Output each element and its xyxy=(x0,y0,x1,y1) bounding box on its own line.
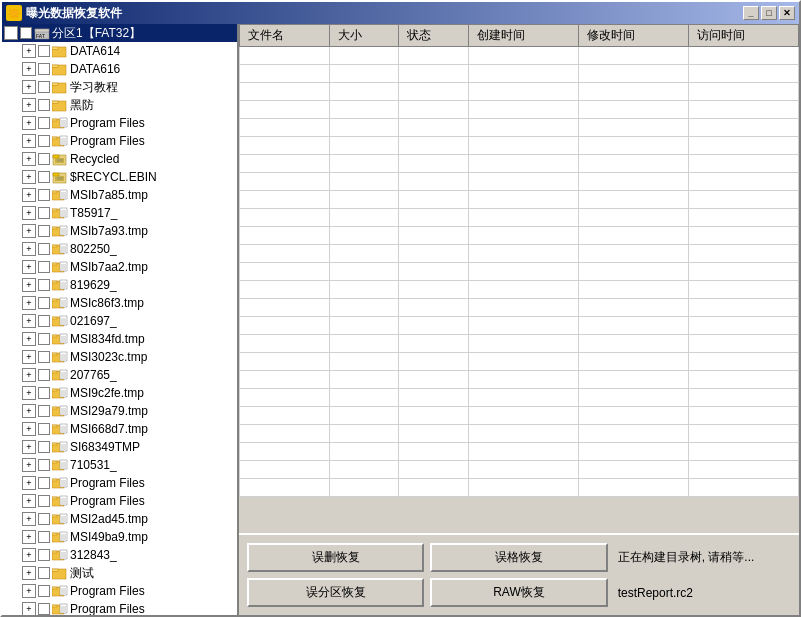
checkbox-ProgramFiles3[interactable] xyxy=(38,477,50,489)
tree-item-MSIb7a85[interactable]: + MSIb7a85.tmp xyxy=(2,186,237,204)
checkbox-MSI834fd[interactable] xyxy=(38,333,50,345)
expand-btn-root[interactable]: − xyxy=(4,26,18,40)
expand-btn-ProgramFiles4[interactable]: + xyxy=(22,494,36,508)
tree-item-root[interactable]: − FAT 分区1【FAT32】 xyxy=(2,24,237,42)
tree-item-T85917_[interactable]: + T85917_ xyxy=(2,204,237,222)
tree-item-MSI3023c[interactable]: + MSI3023c.tmp xyxy=(2,348,237,366)
checkbox-ProgramFiles6[interactable] xyxy=(38,603,50,615)
checkbox-学习教程[interactable] xyxy=(38,81,50,93)
checkbox-802250_[interactable] xyxy=(38,243,50,255)
tree-item-ProgramFiles4[interactable]: + Program Files xyxy=(2,492,237,510)
tree-item-819629_[interactable]: + 819629_ xyxy=(2,276,237,294)
tree-item-Recycled[interactable]: + Recycled xyxy=(2,150,237,168)
tree-item-ProgramFiles3[interactable]: + Program Files xyxy=(2,474,237,492)
expand-btn-MSIb7aa2[interactable]: + xyxy=(22,260,36,274)
checkbox-MSI2ad45[interactable] xyxy=(38,513,50,525)
expand-btn-MSI3023c[interactable]: + xyxy=(22,350,36,364)
expand-btn-DATA614[interactable]: + xyxy=(22,44,36,58)
expand-btn-Recycled[interactable]: + xyxy=(22,152,36,166)
expand-btn-T85917_[interactable]: + xyxy=(22,206,36,220)
tree-item-ProgramFiles2[interactable]: + Program Files xyxy=(2,132,237,150)
tree-item-021697_[interactable]: + 021697_ xyxy=(2,312,237,330)
tree-item-MSI668d7[interactable]: + MSI668d7.tmp xyxy=(2,420,237,438)
checkbox-MSIc86f3[interactable] xyxy=(38,297,50,309)
checkbox-RECYCLEBIN[interactable] xyxy=(38,171,50,183)
expand-btn-MSIc86f3[interactable]: + xyxy=(22,296,36,310)
tree-item-ProgramFiles5[interactable]: + Program Files xyxy=(2,582,237,600)
checkbox-MSIb7aa2[interactable] xyxy=(38,261,50,273)
expand-btn-MSI49ba9[interactable]: + xyxy=(22,530,36,544)
tree-item-MSIb7a93[interactable]: + MSIb7a93.tmp xyxy=(2,222,237,240)
checkbox-MSI3023c[interactable] xyxy=(38,351,50,363)
checkbox-021697_[interactable] xyxy=(38,315,50,327)
expand-btn-ProgramFiles3[interactable]: + xyxy=(22,476,36,490)
minimize-button[interactable]: _ xyxy=(743,6,759,20)
tree-item-MSI834fd[interactable]: + MSI834fd.tmp xyxy=(2,330,237,348)
tree-item-MSI49ba9[interactable]: + MSI49ba9.tmp xyxy=(2,528,237,546)
tree-item-MSIc86f3[interactable]: + MSIc86f3.tmp xyxy=(2,294,237,312)
checkbox-710531_[interactable] xyxy=(38,459,50,471)
expand-btn-ProgramFiles5[interactable]: + xyxy=(22,584,36,598)
deleted-recover-button[interactable]: 误删恢复 xyxy=(247,543,424,572)
tree-item-学习教程[interactable]: + 学习教程 xyxy=(2,78,237,96)
expand-btn-ProgramFiles1[interactable]: + xyxy=(22,116,36,130)
checkbox-MSI29a79[interactable] xyxy=(38,405,50,417)
tree-item-ProgramFiles1[interactable]: + Program Files xyxy=(2,114,237,132)
tree-item-DATA614[interactable]: + DATA614 xyxy=(2,42,237,60)
tree-item-测试[interactable]: + 测试 xyxy=(2,564,237,582)
expand-btn-021697_[interactable]: + xyxy=(22,314,36,328)
expand-btn-RECYCLEBIN[interactable]: + xyxy=(22,170,36,184)
expand-btn-MSI668d7[interactable]: + xyxy=(22,422,36,436)
checkbox-SI68349TMP[interactable] xyxy=(38,441,50,453)
checkbox-ProgramFiles4[interactable] xyxy=(38,495,50,507)
tree-item-MSIb7aa2[interactable]: + MSIb7aa2.tmp xyxy=(2,258,237,276)
expand-btn-MSI29a79[interactable]: + xyxy=(22,404,36,418)
checkbox-MSI49ba9[interactable] xyxy=(38,531,50,543)
checkbox-MSIb7a85[interactable] xyxy=(38,189,50,201)
tree-item-RECYCLEBIN[interactable]: + $RECYCL.EBIN xyxy=(2,168,237,186)
expand-btn-SI68349TMP[interactable]: + xyxy=(22,440,36,454)
expand-btn-819629_[interactable]: + xyxy=(22,278,36,292)
tree-item-802250_[interactable]: + 802250_ xyxy=(2,240,237,258)
expand-btn-MSI9c2fe[interactable]: + xyxy=(22,386,36,400)
expand-btn-MSI834fd[interactable]: + xyxy=(22,332,36,346)
partition-recover-button[interactable]: 误分区恢复 xyxy=(247,578,424,607)
checkbox-MSI9c2fe[interactable] xyxy=(38,387,50,399)
expand-btn-黑防[interactable]: + xyxy=(22,98,36,112)
expand-btn-312843_[interactable]: + xyxy=(22,548,36,562)
expand-btn-MSIb7a85[interactable]: + xyxy=(22,188,36,202)
checkbox-T85917_[interactable] xyxy=(38,207,50,219)
checkbox-312843_[interactable] xyxy=(38,549,50,561)
tree-item-MSI2ad45[interactable]: + MSI2ad45.tmp xyxy=(2,510,237,528)
checkbox-MSIb7a93[interactable] xyxy=(38,225,50,237)
raw-recover-button[interactable]: RAW恢复 xyxy=(430,578,607,607)
checkbox-root[interactable] xyxy=(20,27,32,39)
format-recover-button[interactable]: 误格恢复 xyxy=(430,543,607,572)
maximize-button[interactable]: □ xyxy=(761,6,777,20)
tree-item-SI68349TMP[interactable]: + SI68349TMP xyxy=(2,438,237,456)
expand-btn-MSIb7a93[interactable]: + xyxy=(22,224,36,238)
checkbox-ProgramFiles2[interactable] xyxy=(38,135,50,147)
checkbox-Recycled[interactable] xyxy=(38,153,50,165)
tree-item-710531_[interactable]: + 710531_ xyxy=(2,456,237,474)
expand-btn-710531_[interactable]: + xyxy=(22,458,36,472)
tree-item-黑防[interactable]: + 黑防 xyxy=(2,96,237,114)
expand-btn-学习教程[interactable]: + xyxy=(22,80,36,94)
checkbox-ProgramFiles1[interactable] xyxy=(38,117,50,129)
expand-btn-测试[interactable]: + xyxy=(22,566,36,580)
checkbox-DATA616[interactable] xyxy=(38,63,50,75)
tree-item-ProgramFiles6[interactable]: + Program Files xyxy=(2,600,237,615)
tree-item-MSI9c2fe[interactable]: + MSI9c2fe.tmp xyxy=(2,384,237,402)
checkbox-819629_[interactable] xyxy=(38,279,50,291)
expand-btn-802250_[interactable]: + xyxy=(22,242,36,256)
expand-btn-ProgramFiles6[interactable]: + xyxy=(22,602,36,615)
expand-btn-207765_[interactable]: + xyxy=(22,368,36,382)
tree-item-DATA616[interactable]: + DATA616 xyxy=(2,60,237,78)
expand-btn-DATA616[interactable]: + xyxy=(22,62,36,76)
checkbox-DATA614[interactable] xyxy=(38,45,50,57)
expand-btn-MSI2ad45[interactable]: + xyxy=(22,512,36,526)
close-button[interactable]: ✕ xyxy=(779,6,795,20)
checkbox-测试[interactable] xyxy=(38,567,50,579)
tree-item-MSI29a79[interactable]: + MSI29a79.tmp xyxy=(2,402,237,420)
checkbox-MSI668d7[interactable] xyxy=(38,423,50,435)
